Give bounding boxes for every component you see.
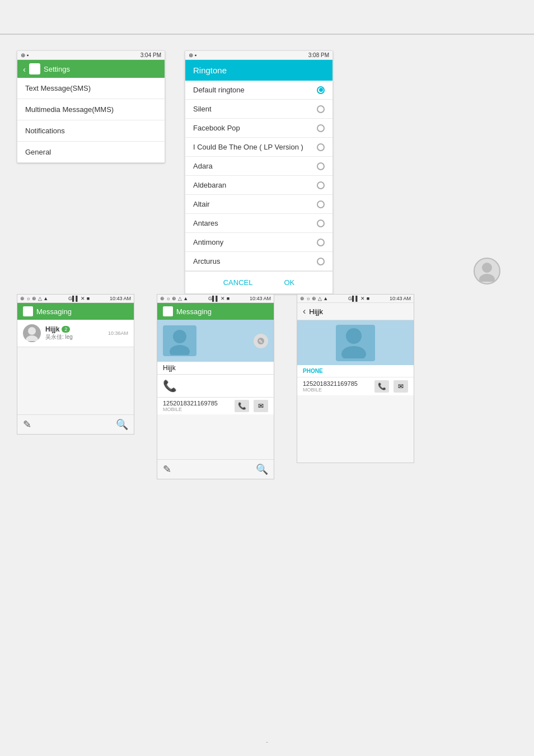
msg2-action-icons: 📞 ✉ [235, 400, 268, 412]
msg2-search-icon[interactable]: 🔍 [256, 463, 268, 475]
msg1-status-center: G▌▌ ✕ ■ [68, 296, 90, 301]
ringtone-item-label: Adara [193, 162, 213, 170]
ringtone-item-label: Silent [193, 105, 212, 113]
ringtone-item-facebook[interactable]: Facebook Pop [185, 119, 332, 138]
ringtone-status-left: ⊕ ▪ [189, 52, 196, 58]
ringtone-radio-icould[interactable] [317, 143, 325, 151]
ringtone-radio-default[interactable] [317, 86, 325, 94]
phone-call-icon[interactable]: 📞 [163, 379, 177, 393]
msg2-phone-number-row: 1252018321169785 MOBILE 📞 ✉ [157, 398, 274, 414]
svg-point-0 [482, 263, 492, 273]
settings-menu-general[interactable]: General [17, 142, 165, 162]
ringtone-radio-aldebaran[interactable] [317, 181, 325, 189]
settings-menu-sms[interactable]: Text Message(SMS) [17, 78, 165, 99]
ringtone-radio-antares[interactable] [317, 220, 325, 227]
ringtone-item-label: Antimony [193, 238, 223, 246]
msg3-header-title: Hijjk [309, 307, 323, 316]
settings-menu-notifications[interactable]: Notifications [17, 120, 165, 142]
svg-point-1 [479, 274, 495, 282]
contact-icon-area [474, 258, 500, 284]
msg3-status-center: G▌▌ ✕ ■ [348, 296, 369, 301]
ringtone-header: Ringtone [185, 60, 332, 81]
msg1-search-icon[interactable]: 🔍 [116, 418, 128, 431]
msg3-call-action[interactable]: 📞 [374, 380, 389, 393]
msg1-status-left: ⊕ ☼ ⊕ △ ▲ [20, 296, 48, 301]
ringtone-status-bar: ⊕ ▪ 3:08 PM [185, 51, 332, 60]
msg2-status-left: ⊕ ☼ ⊕ △ ▲ [160, 296, 188, 301]
ringtone-radio-silent[interactable] [317, 105, 325, 113]
msg2-compose-icon[interactable]: ✎ [163, 463, 171, 475]
msg3-avatar [336, 325, 375, 361]
ringtone-item-altair[interactable]: Altair [185, 195, 332, 214]
msg1-spacer [17, 347, 134, 414]
msg2-message-action[interactable]: ✉ [254, 400, 268, 412]
msg3-phone-number: 1252018321169785 [303, 380, 358, 387]
ringtone-item-label: Antares [193, 219, 218, 227]
ringtone-item-aldebaran[interactable]: Aldebaran [185, 176, 332, 195]
ringtone-radio-adara[interactable] [317, 162, 325, 170]
settings-status-bar: ⊕ ▪ 3:04 PM [17, 51, 165, 60]
settings-back-button[interactable]: ‹ [23, 64, 26, 74]
ringtone-radio-facebook[interactable] [317, 124, 325, 132]
messaging-panel-2: ⊕ ☼ ⊕ △ ▲ G▌▌ ✕ ■ 10:43 AM ✉ Messaging ✎… [157, 294, 274, 479]
ringtone-item-antares[interactable]: Antares [185, 214, 332, 233]
ringtone-radio-altair[interactable] [317, 200, 325, 208]
msg3-avatar-area [297, 320, 414, 365]
msg3-contact-header: ‹ Hijjk [297, 303, 414, 320]
ringtone-item-label: Aldebaran [193, 181, 226, 189]
msg1-badge: 2 [62, 326, 70, 333]
ringtone-radio-arcturus[interactable] [317, 258, 325, 265]
ringtone-footer: Cancel OK [185, 271, 332, 293]
svg-point-2 [28, 327, 36, 335]
ringtone-cancel-button[interactable]: Cancel [219, 276, 257, 289]
msg2-status-right: 10:43 AM [250, 296, 271, 301]
ringtone-item-adara[interactable]: Adara [185, 157, 332, 176]
ringtone-ok-button[interactable]: OK [279, 276, 299, 289]
msg3-spacer [297, 395, 414, 463]
msg2-contact-card: ✎ [157, 320, 274, 362]
svg-text:✎: ✎ [259, 339, 263, 344]
ringtone-item-arcturus[interactable]: Arcturus [185, 252, 332, 271]
ringtone-item-default[interactable]: Default ringtone [185, 81, 332, 100]
msg1-footer: ✎ 🔍 [17, 414, 134, 434]
settings-menu-mms[interactable]: Multimedia Message(MMS) [17, 99, 165, 120]
msg1-time: 10:36AM [108, 330, 128, 336]
msg2-footer: ✎ 🔍 [157, 459, 274, 479]
msg1-list-item[interactable]: Hijjk 2 吴永佳: leg 10:36AM [17, 320, 134, 347]
settings-status-right: 3:04 PM [140, 52, 161, 58]
ringtone-item-label: Default ringtone [193, 86, 245, 94]
msg1-text-block: Hijjk 2 吴永佳: leg [45, 325, 104, 341]
top-divider [0, 34, 534, 35]
msg1-compose-icon[interactable]: ✎ [23, 418, 31, 431]
msg2-phone-call-row[interactable]: 📞 [157, 375, 274, 398]
msg2-edit-icon[interactable]: ✎ [254, 334, 268, 348]
svg-point-5 [170, 345, 190, 355]
msg3-phone-type: MOBILE [303, 387, 358, 393]
msg3-phone-section: PHONE [297, 365, 414, 377]
msg1-status-bar: ⊕ ☼ ⊕ △ ▲ G▌▌ ✕ ■ 10:43 AM [17, 295, 134, 303]
msg2-status-center: G▌▌ ✕ ■ [208, 296, 229, 301]
page-indicator: - [266, 738, 268, 745]
msg3-status-bar: ⊕ ☼ ⊕ △ ▲ G▌▌ ✕ ■ 10:43 AM [297, 295, 414, 303]
ringtone-item-label: Altair [193, 200, 210, 208]
svg-point-8 [346, 328, 362, 344]
ringtone-radio-antimony[interactable] [317, 239, 325, 246]
msg2-contact-avatar [163, 325, 196, 356]
msg2-phone-number: 1252018321169785 [163, 400, 218, 407]
ringtone-item-icould[interactable]: I Could Be The One ( LP Version ) [185, 138, 332, 157]
msg3-back-button[interactable]: ‹ [303, 306, 306, 316]
msg1-contact-name: Hijjk [45, 325, 59, 333]
msg2-call-action[interactable]: 📞 [235, 400, 249, 412]
msg2-header-icon: ✉ [163, 306, 173, 316]
svg-point-9 [341, 346, 366, 358]
svg-point-3 [26, 335, 38, 341]
msg1-header-title: Messaging [36, 307, 72, 316]
ringtone-item-antimony[interactable]: Antimony [185, 233, 332, 252]
msg1-preview: 吴永佳: leg [45, 333, 104, 341]
svg-point-4 [173, 330, 186, 343]
ringtone-item-label: Facebook Pop [193, 124, 240, 132]
msg3-status-right: 10:43 AM [390, 296, 411, 301]
ringtone-item-silent[interactable]: Silent [185, 100, 332, 119]
msg3-message-action[interactable]: ✉ [394, 380, 408, 393]
msg1-status-right: 10:43 AM [110, 296, 131, 301]
